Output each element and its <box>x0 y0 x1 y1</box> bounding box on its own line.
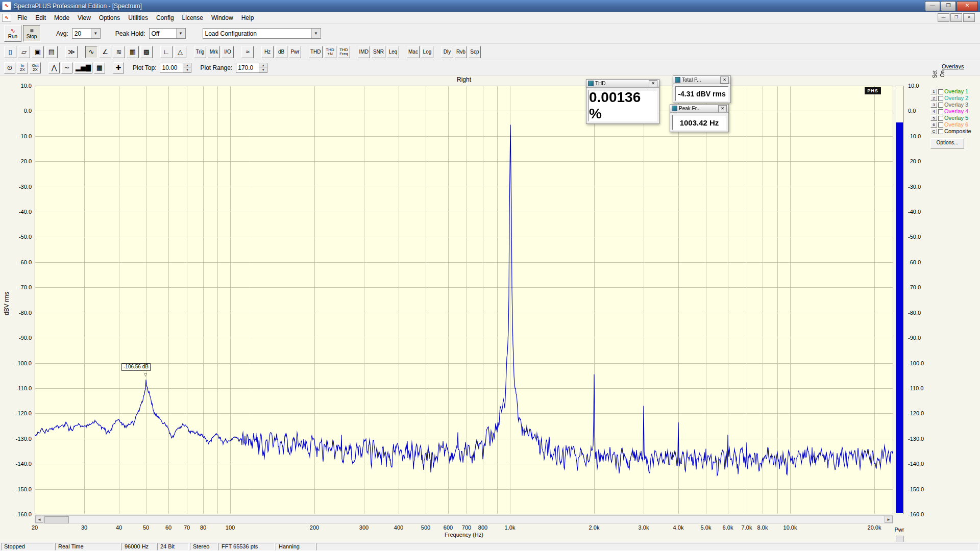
overlay-1-slot-button[interactable]: 1 <box>930 89 937 94</box>
overlay-2-slot-button[interactable]: 2 <box>930 95 937 101</box>
total-power-titlebar[interactable]: Total P... ✕ <box>673 76 730 84</box>
peak-freq-close-icon[interactable]: ✕ <box>718 105 727 112</box>
zoom-out-2x-button[interactable]: Out2X <box>30 62 41 73</box>
y-tick-label: -70.0 <box>9 284 32 290</box>
peak-freq-titlebar[interactable]: Peak Fr... ✕ <box>670 105 728 113</box>
menu-window[interactable]: Window <box>207 13 237 22</box>
close-button[interactable]: ✕ <box>957 1 978 11</box>
trigger-button[interactable]: Trig <box>194 46 206 58</box>
save-file-button[interactable]: ▣ <box>32 46 44 58</box>
x-tick-label: 40 <box>107 524 131 531</box>
hz-units-button[interactable]: Hz <box>261 46 274 58</box>
pwr-units-button[interactable]: Pwr <box>289 46 301 58</box>
overlay-2-checkbox[interactable] <box>938 96 943 101</box>
overlay-6-slot-button[interactable]: 6 <box>930 122 937 128</box>
status-bit-depth: 24 Bit <box>157 543 189 550</box>
run-button[interactable]: ∿ Run <box>4 25 21 42</box>
composite-slot-button[interactable]: C <box>930 129 937 134</box>
peak-hold-value: Off <box>152 30 160 37</box>
overlay-3-slot-button[interactable]: 3 <box>930 102 937 108</box>
stop-button[interactable]: ■ Stop <box>23 25 40 42</box>
menu-view[interactable]: View <box>74 13 95 22</box>
menu-help[interactable]: Help <box>237 13 258 22</box>
overlay-4-slot-button[interactable]: 4 <box>930 109 937 114</box>
overlay-5-slot-button[interactable]: 5 <box>930 115 937 121</box>
menu-config[interactable]: Config <box>152 13 178 22</box>
phase-view-button[interactable]: ∠ <box>99 46 111 58</box>
plot-range-input[interactable]: 170.0 ▲ ▼ <box>236 63 267 73</box>
menu-mode[interactable]: Mode <box>50 13 74 22</box>
mdi-restore-button[interactable]: ❐ <box>950 13 962 22</box>
meter-view-button[interactable]: △ <box>174 46 186 58</box>
scope-button[interactable]: Scp <box>469 46 481 58</box>
reverb-button[interactable]: Rvb <box>455 46 467 58</box>
scrollbar-track[interactable] <box>43 516 885 523</box>
y-tick-label: 10.0 <box>9 83 32 89</box>
configuration-value: Load Configuration <box>205 30 257 37</box>
frequency-scrollbar[interactable]: ◄ ► <box>35 515 893 523</box>
zoom-button[interactable]: ⊙ <box>4 62 15 73</box>
thd-panel-close-icon[interactable]: ✕ <box>649 80 657 87</box>
avg-select[interactable]: 20 ▼ <box>72 28 101 39</box>
waterfall-view-button[interactable]: ≋ <box>113 46 125 58</box>
delay-button[interactable]: Dly <box>441 46 453 58</box>
spin-up-icon[interactable]: ▲ <box>183 63 191 68</box>
thd-panel-titlebar[interactable]: THD ✕ <box>586 80 659 88</box>
menu-edit[interactable]: Edit <box>31 13 50 22</box>
mdi-close-button[interactable]: ✕ <box>963 13 975 22</box>
overlay-1-checkbox[interactable] <box>938 89 943 94</box>
scroll-right-icon[interactable]: ► <box>885 516 893 523</box>
overlay-3-checkbox[interactable] <box>938 103 943 108</box>
minimize-button[interactable]: — <box>925 1 940 11</box>
open-file-button[interactable]: ▱ <box>18 46 30 58</box>
maximize-button[interactable]: ❐ <box>941 1 956 11</box>
thd-button[interactable]: THD <box>309 46 323 58</box>
overlay-4-checkbox[interactable] <box>938 109 943 114</box>
log-button[interactable]: Log <box>421 46 433 58</box>
line-style-button[interactable]: ∼ <box>61 62 72 73</box>
fast-forward-button[interactable]: ≫ <box>65 46 78 58</box>
title-bar[interactable]: ∿ SpectraPLUS Professional Edition - [Sp… <box>0 0 980 12</box>
io-button[interactable]: I/O <box>222 46 234 58</box>
menu-options[interactable]: Options <box>95 13 124 22</box>
menu-file[interactable]: File <box>13 13 31 22</box>
spin-down-icon[interactable]: ▼ <box>183 68 191 72</box>
zoom-in-2x-button[interactable]: In2X <box>17 62 28 73</box>
overlay-5-checkbox[interactable] <box>938 116 943 121</box>
composite-checkbox[interactable] <box>938 129 943 134</box>
snr-button[interactable]: SNR <box>372 46 385 58</box>
leq-button[interactable]: Leq <box>387 46 399 58</box>
spectrum-view-button[interactable]: ∿ <box>85 46 97 58</box>
peak-hold-select[interactable]: Off ▼ <box>149 28 186 39</box>
imd-button[interactable]: IMD <box>358 46 370 58</box>
scroll-left-icon[interactable]: ◄ <box>35 516 43 523</box>
marker-button[interactable]: Mrk <box>208 46 220 58</box>
spectrogram-view-button[interactable]: ▦ <box>127 46 139 58</box>
print-button[interactable]: ▤ <box>45 46 58 58</box>
menu-utilities[interactable]: Utilities <box>124 13 152 22</box>
scrollbar-thumb[interactable] <box>44 516 69 523</box>
menu-license[interactable]: License <box>178 13 207 22</box>
surface-view-button[interactable]: ▩ <box>140 46 153 58</box>
spectrum-plot[interactable] <box>35 86 893 514</box>
grid-toggle-button[interactable]: ▦ <box>94 62 105 73</box>
bar-style-button[interactable]: ▂▅▇ <box>74 62 92 73</box>
db-units-button[interactable]: dB <box>275 46 287 58</box>
mdi-minimize-button[interactable]: — <box>938 13 949 22</box>
new-file-button[interactable]: ▯ <box>4 46 16 58</box>
spin-down-icon[interactable]: ▼ <box>259 68 267 72</box>
thd-n-button[interactable]: THD+N <box>324 46 336 58</box>
marker-tool-button[interactable]: ✚ <box>113 62 124 73</box>
total-power-close-icon[interactable]: ✕ <box>720 77 729 84</box>
thd-freq-button[interactable]: THDFreq <box>338 46 350 58</box>
plot-top-input[interactable]: 10.00 ▲ ▼ <box>160 63 191 73</box>
signal-generator-button[interactable]: ≈ <box>241 46 254 58</box>
run-waveform-icon: ∿ <box>10 28 15 34</box>
spin-up-icon[interactable]: ▲ <box>259 63 267 68</box>
overlay-options-button[interactable]: Options... <box>930 138 964 148</box>
macro-button[interactable]: Mac <box>407 46 420 58</box>
overlay-6-checkbox[interactable] <box>938 122 943 128</box>
peak-curve-button[interactable]: ⋀ <box>48 62 60 73</box>
time-series-view-button[interactable]: ∟ <box>160 46 173 58</box>
configuration-select[interactable]: Load Configuration ▼ <box>203 28 321 39</box>
